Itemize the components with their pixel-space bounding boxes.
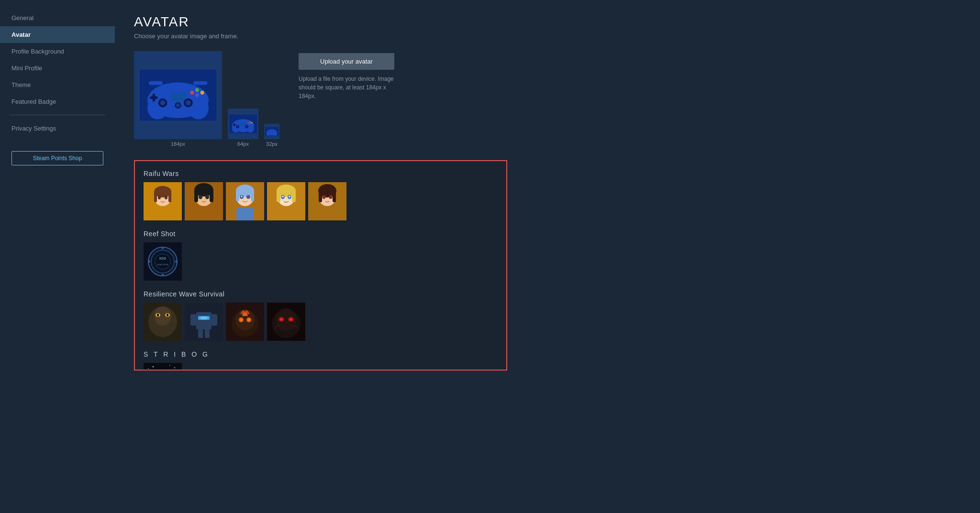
svg-rect-103 <box>212 314 217 326</box>
svg-point-113 <box>248 319 250 321</box>
avatar-size-32: 32px <box>264 124 279 147</box>
sidebar-item-general[interactable]: General <box>0 10 115 26</box>
gallery-item-rws4[interactable] <box>267 303 305 341</box>
svg-rect-45 <box>155 208 170 220</box>
upload-avatar-button[interactable]: Upload your avatar <box>299 53 394 70</box>
svg-point-37 <box>274 131 277 135</box>
gallery-items-raifu-wars <box>144 182 498 220</box>
sidebar-item-featured-badge[interactable]: Featured Badge <box>0 93 115 110</box>
sidebar-item-avatar[interactable]: Avatar <box>0 26 115 43</box>
svg-point-96 <box>157 314 159 317</box>
svg-rect-80 <box>319 208 335 220</box>
gallery-item-rws1[interactable] <box>144 303 182 341</box>
upload-hint: Upload a file from your device. Image sh… <box>299 75 394 100</box>
svg-rect-10 <box>170 93 186 102</box>
svg-rect-66 <box>277 190 280 202</box>
svg-point-14 <box>160 100 166 106</box>
svg-point-90 <box>175 261 177 262</box>
gallery-item-rw2[interactable] <box>185 182 223 220</box>
gallery-section-raifu-wars: Raifu Wars <box>144 170 498 220</box>
page-title: AVATAR <box>134 14 961 30</box>
svg-point-128 <box>153 366 154 368</box>
svg-rect-42 <box>168 192 171 202</box>
svg-point-16 <box>186 100 191 106</box>
avatar-preview-medium <box>228 109 258 139</box>
gallery-item-rws2[interactable] <box>185 303 223 341</box>
controller-icon-small <box>265 125 278 138</box>
svg-point-89 <box>148 261 150 262</box>
svg-point-120 <box>290 318 292 321</box>
upload-section: Upload your avatar Upload a file from yo… <box>299 51 394 100</box>
gallery-section-reef-shot: Reef Shot IOS reef shot <box>144 230 498 281</box>
gallery-items-stribog <box>144 363 498 371</box>
svg-point-31 <box>236 126 238 128</box>
gallery-item-rws3[interactable] <box>226 303 264 341</box>
main-content: AVATAR Choose your avatar image and fram… <box>115 0 980 513</box>
svg-point-52 <box>205 195 209 199</box>
svg-rect-29 <box>240 123 246 126</box>
controller-icon <box>140 57 216 133</box>
steam-points-shop-button[interactable]: Steam Points Shop <box>11 151 103 165</box>
svg-rect-18 <box>193 81 207 85</box>
svg-point-60 <box>246 195 250 199</box>
svg-text:IOS: IOS <box>159 256 166 261</box>
sidebar: General Avatar Profile Background Mini P… <box>0 0 115 513</box>
svg-rect-76 <box>319 190 322 202</box>
svg-rect-102 <box>190 314 196 326</box>
svg-point-112 <box>240 319 242 321</box>
svg-point-26 <box>249 121 251 123</box>
svg-rect-41 <box>154 192 157 202</box>
sidebar-item-mini-profile[interactable]: Mini Profile <box>0 60 115 76</box>
svg-point-43 <box>158 196 161 199</box>
gallery-item-rw4[interactable] <box>267 182 305 220</box>
svg-point-51 <box>199 195 202 199</box>
sidebar-item-theme[interactable]: Theme <box>0 76 115 93</box>
svg-point-28 <box>251 122 253 124</box>
controller-icon-medium <box>229 110 257 138</box>
sidebar-item-profile-background[interactable]: Profile Background <box>0 43 115 60</box>
svg-rect-67 <box>292 190 296 202</box>
avatar-sizes: 184px <box>134 51 279 147</box>
avatar-preview-section: 184px <box>134 51 961 147</box>
svg-text:reef shot: reef shot <box>157 263 168 266</box>
svg-point-79 <box>329 195 333 199</box>
sidebar-item-privacy-settings[interactable]: Privacy Settings <box>0 120 115 137</box>
svg-rect-17 <box>149 81 163 85</box>
svg-point-9 <box>200 91 204 95</box>
svg-point-78 <box>323 195 326 199</box>
svg-rect-49 <box>194 189 198 202</box>
gallery-section-stribog: S T R I B O G <box>144 350 498 371</box>
gallery-items-resilience <box>144 303 498 341</box>
svg-point-119 <box>280 318 283 321</box>
svg-rect-99 <box>196 312 212 329</box>
svg-rect-100 <box>198 329 203 338</box>
svg-point-131 <box>148 368 149 369</box>
gallery-item-rs1[interactable]: IOS reef shot <box>144 242 182 281</box>
gallery-section-title-reef-shot: Reef Shot <box>144 230 498 238</box>
svg-rect-62 <box>236 208 254 220</box>
svg-point-87 <box>162 247 164 249</box>
avatar-preview-small <box>264 124 279 139</box>
page-subtitle: Choose your avatar image and frame. <box>134 33 961 40</box>
gallery-item-rw3[interactable] <box>226 182 264 220</box>
gallery-item-rw1[interactable] <box>144 182 182 220</box>
avatar-gallery-panel[interactable]: Raifu Wars <box>134 160 507 371</box>
avatar-preview-large <box>134 51 222 139</box>
avatar-label-64: 64px <box>237 141 249 147</box>
svg-point-70 <box>282 196 284 197</box>
gallery-section-title-resilience: Resilience Wave Survival <box>144 290 498 298</box>
gallery-item-rw5[interactable] <box>308 182 346 220</box>
svg-rect-101 <box>205 329 210 338</box>
avatar-label-32: 32px <box>266 141 278 147</box>
svg-point-27 <box>249 123 251 125</box>
svg-rect-77 <box>333 190 336 202</box>
svg-rect-57 <box>236 190 239 201</box>
svg-point-97 <box>167 314 168 317</box>
svg-point-106 <box>200 317 208 319</box>
svg-point-12 <box>176 103 180 107</box>
sidebar-divider <box>10 115 105 115</box>
gallery-item-strib1[interactable] <box>144 363 182 371</box>
svg-point-129 <box>169 365 170 366</box>
avatar-label-184: 184px <box>171 141 185 147</box>
svg-rect-24 <box>233 124 236 125</box>
